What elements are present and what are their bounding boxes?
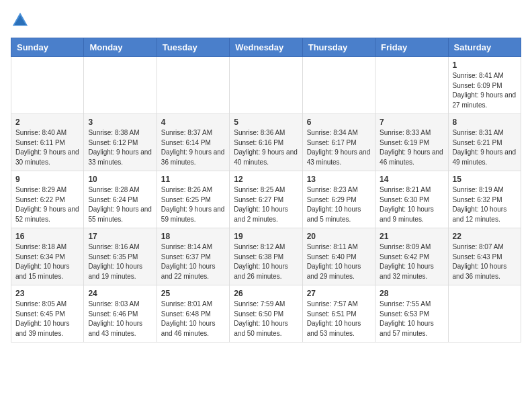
day-number: 5: [234, 118, 298, 127]
calendar-week-row: 9Sunrise: 8:29 AM Sunset: 6:22 PM Daylig…: [11, 171, 521, 228]
calendar-cell: 25Sunrise: 8:01 AM Sunset: 6:48 PM Dayli…: [157, 285, 229, 342]
calendar-cell: 21Sunrise: 8:09 AM Sunset: 6:42 PM Dayli…: [375, 228, 448, 285]
calendar-cell: 14Sunrise: 8:21 AM Sunset: 6:30 PM Dayli…: [375, 171, 448, 228]
day-info: Sunrise: 8:12 AM Sunset: 6:38 PM Dayligh…: [234, 242, 298, 281]
weekday-header: Thursday: [302, 38, 375, 57]
day-number: 11: [161, 175, 225, 184]
day-info: Sunrise: 8:01 AM Sunset: 6:48 PM Dayligh…: [161, 300, 225, 338]
day-number: 21: [380, 232, 443, 241]
calendar-cell: [11, 57, 84, 114]
day-number: 4: [161, 118, 225, 127]
day-info: Sunrise: 8:16 AM Sunset: 6:35 PM Dayligh…: [88, 242, 152, 281]
day-number: 7: [380, 118, 443, 127]
calendar-cell: 3Sunrise: 8:38 AM Sunset: 6:12 PM Daylig…: [84, 114, 157, 171]
logo-icon: [11, 11, 30, 30]
day-info: Sunrise: 8:23 AM Sunset: 6:29 PM Dayligh…: [307, 185, 371, 224]
calendar-cell: 27Sunrise: 7:57 AM Sunset: 6:51 PM Dayli…: [302, 285, 375, 342]
calendar-cell: 5Sunrise: 8:36 AM Sunset: 6:16 PM Daylig…: [230, 114, 302, 171]
day-info: Sunrise: 8:25 AM Sunset: 6:27 PM Dayligh…: [234, 185, 298, 224]
calendar-cell: 13Sunrise: 8:23 AM Sunset: 6:29 PM Dayli…: [302, 171, 375, 228]
day-info: Sunrise: 8:29 AM Sunset: 6:22 PM Dayligh…: [15, 185, 79, 224]
day-info: Sunrise: 8:26 AM Sunset: 6:25 PM Dayligh…: [161, 185, 225, 224]
weekday-header: Monday: [84, 38, 157, 57]
day-info: Sunrise: 8:09 AM Sunset: 6:42 PM Dayligh…: [380, 242, 443, 281]
weekday-header: Wednesday: [230, 38, 302, 57]
day-info: Sunrise: 8:31 AM Sunset: 6:21 PM Dayligh…: [453, 128, 517, 167]
day-info: Sunrise: 8:14 AM Sunset: 6:37 PM Dayligh…: [161, 242, 225, 281]
calendar-week-row: 1Sunrise: 8:41 AM Sunset: 6:09 PM Daylig…: [11, 57, 521, 114]
calendar-cell: 2Sunrise: 8:40 AM Sunset: 6:11 PM Daylig…: [11, 114, 84, 171]
day-number: 26: [234, 289, 298, 298]
calendar-cell: [448, 285, 521, 342]
weekday-header: Tuesday: [157, 38, 229, 57]
calendar-cell: [375, 57, 448, 114]
calendar-cell: 9Sunrise: 8:29 AM Sunset: 6:22 PM Daylig…: [11, 171, 84, 228]
day-number: 15: [453, 175, 517, 184]
calendar-cell: [157, 57, 229, 114]
day-number: 17: [88, 232, 152, 241]
calendar-cell: 12Sunrise: 8:25 AM Sunset: 6:27 PM Dayli…: [230, 171, 302, 228]
calendar-cell: [302, 57, 375, 114]
calendar-cell: 15Sunrise: 8:19 AM Sunset: 6:32 PM Dayli…: [448, 171, 521, 228]
day-info: Sunrise: 8:07 AM Sunset: 6:43 PM Dayligh…: [453, 242, 517, 281]
day-number: 8: [453, 118, 517, 127]
weekday-header: Saturday: [448, 38, 521, 57]
calendar-cell: 20Sunrise: 8:11 AM Sunset: 6:40 PM Dayli…: [302, 228, 375, 285]
calendar-week-row: 16Sunrise: 8:18 AM Sunset: 6:34 PM Dayli…: [11, 228, 521, 285]
day-number: 27: [307, 289, 371, 298]
day-number: 6: [307, 118, 371, 127]
day-info: Sunrise: 8:41 AM Sunset: 6:09 PM Dayligh…: [453, 71, 517, 110]
calendar-cell: 6Sunrise: 8:34 AM Sunset: 6:17 PM Daylig…: [302, 114, 375, 171]
page-header: [11, 11, 521, 30]
day-info: Sunrise: 8:36 AM Sunset: 6:16 PM Dayligh…: [234, 128, 298, 167]
day-number: 9: [15, 175, 79, 184]
day-info: Sunrise: 7:59 AM Sunset: 6:50 PM Dayligh…: [234, 300, 298, 338]
calendar-cell: 16Sunrise: 8:18 AM Sunset: 6:34 PM Dayli…: [11, 228, 84, 285]
day-number: 2: [15, 118, 79, 127]
day-number: 20: [307, 232, 371, 241]
day-number: 14: [380, 175, 443, 184]
calendar-week-row: 2Sunrise: 8:40 AM Sunset: 6:11 PM Daylig…: [11, 114, 521, 171]
day-info: Sunrise: 8:21 AM Sunset: 6:30 PM Dayligh…: [380, 185, 443, 224]
day-number: 23: [15, 289, 79, 298]
day-info: Sunrise: 8:18 AM Sunset: 6:34 PM Dayligh…: [15, 242, 79, 281]
day-info: Sunrise: 8:40 AM Sunset: 6:11 PM Dayligh…: [15, 128, 79, 167]
day-info: Sunrise: 8:28 AM Sunset: 6:24 PM Dayligh…: [88, 185, 152, 224]
day-number: 19: [234, 232, 298, 241]
calendar-cell: 7Sunrise: 8:33 AM Sunset: 6:19 PM Daylig…: [375, 114, 448, 171]
day-number: 28: [380, 289, 443, 298]
calendar-cell: 23Sunrise: 8:05 AM Sunset: 6:45 PM Dayli…: [11, 285, 84, 342]
calendar-cell: 8Sunrise: 8:31 AM Sunset: 6:21 PM Daylig…: [448, 114, 521, 171]
calendar-week-row: 23Sunrise: 8:05 AM Sunset: 6:45 PM Dayli…: [11, 285, 521, 342]
day-number: 10: [88, 175, 152, 184]
calendar-cell: 1Sunrise: 8:41 AM Sunset: 6:09 PM Daylig…: [448, 57, 521, 114]
calendar-cell: 17Sunrise: 8:16 AM Sunset: 6:35 PM Dayli…: [84, 228, 157, 285]
day-info: Sunrise: 7:55 AM Sunset: 6:53 PM Dayligh…: [380, 300, 443, 338]
day-number: 24: [88, 289, 152, 298]
calendar-cell: 19Sunrise: 8:12 AM Sunset: 6:38 PM Dayli…: [230, 228, 302, 285]
day-number: 1: [453, 60, 517, 70]
calendar-cell: 4Sunrise: 8:37 AM Sunset: 6:14 PM Daylig…: [157, 114, 229, 171]
day-number: 18: [161, 232, 225, 241]
day-info: Sunrise: 8:03 AM Sunset: 6:46 PM Dayligh…: [88, 300, 152, 338]
day-number: 16: [15, 232, 79, 241]
calendar-cell: [84, 57, 157, 114]
day-number: 22: [453, 232, 517, 241]
calendar-cell: 18Sunrise: 8:14 AM Sunset: 6:37 PM Dayli…: [157, 228, 229, 285]
day-info: Sunrise: 8:38 AM Sunset: 6:12 PM Dayligh…: [88, 128, 152, 167]
calendar-cell: 28Sunrise: 7:55 AM Sunset: 6:53 PM Dayli…: [375, 285, 448, 342]
day-number: 3: [88, 118, 152, 127]
calendar: SundayMondayTuesdayWednesdayThursdayFrid…: [11, 38, 521, 342]
day-info: Sunrise: 8:11 AM Sunset: 6:40 PM Dayligh…: [307, 242, 371, 281]
day-number: 13: [307, 175, 371, 184]
calendar-cell: 24Sunrise: 8:03 AM Sunset: 6:46 PM Dayli…: [84, 285, 157, 342]
calendar-cell: 10Sunrise: 8:28 AM Sunset: 6:24 PM Dayli…: [84, 171, 157, 228]
day-info: Sunrise: 8:37 AM Sunset: 6:14 PM Dayligh…: [161, 128, 225, 167]
day-info: Sunrise: 7:57 AM Sunset: 6:51 PM Dayligh…: [307, 300, 371, 338]
calendar-header-row: SundayMondayTuesdayWednesdayThursdayFrid…: [11, 38, 521, 57]
weekday-header: Friday: [375, 38, 448, 57]
calendar-cell: 11Sunrise: 8:26 AM Sunset: 6:25 PM Dayli…: [157, 171, 229, 228]
day-info: Sunrise: 8:34 AM Sunset: 6:17 PM Dayligh…: [307, 128, 371, 167]
day-number: 25: [161, 289, 225, 298]
day-info: Sunrise: 8:33 AM Sunset: 6:19 PM Dayligh…: [380, 128, 443, 167]
